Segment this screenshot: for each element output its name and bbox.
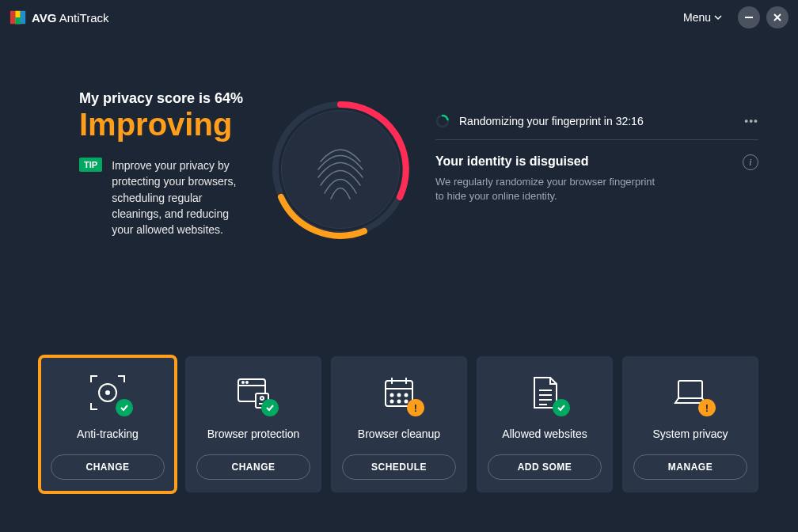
warning-icon: ! — [698, 399, 716, 416]
fingerprint-icon — [309, 134, 372, 205]
tip-text: Improve your privacy by protecting your … — [112, 158, 253, 238]
card-title: Anti-tracking — [77, 428, 139, 440]
change-button[interactable]: CHANGE — [51, 454, 165, 480]
svg-point-8 — [106, 391, 109, 394]
fingerprint-gauge — [269, 98, 412, 241]
minimize-button[interactable] — [738, 6, 760, 28]
svg-rect-4 — [745, 17, 753, 18]
warning-icon: ! — [407, 399, 424, 416]
svg-point-11 — [242, 382, 244, 383]
check-icon — [261, 399, 279, 416]
identity-description: We regularly randomize your browser fing… — [435, 175, 657, 203]
tip-badge: TIP — [79, 158, 102, 172]
privacy-score-panel: My privacy score is 64% Improving TIP Im… — [16, 90, 269, 241]
svg-point-25 — [405, 401, 408, 403]
card-title: Allowed websites — [502, 428, 587, 440]
avg-logo-icon — [10, 9, 27, 26]
spinner-icon — [435, 114, 450, 128]
manage-button[interactable]: MANAGE — [633, 454, 747, 480]
svg-point-12 — [246, 382, 248, 383]
check-icon — [116, 399, 133, 416]
privacy-status: Improving — [79, 108, 253, 140]
schedule-button[interactable]: SCHEDULE — [342, 454, 456, 480]
info-icon[interactable]: i — [743, 154, 758, 170]
app-title: AVG AntiTrack — [32, 11, 109, 25]
svg-point-23 — [391, 401, 393, 403]
feature-cards: Anti-tracking CHANGE Browser protection … — [40, 356, 758, 492]
chevron-down-icon — [714, 13, 722, 21]
svg-point-20 — [391, 394, 393, 397]
check-icon — [553, 399, 570, 416]
randomize-status-row: Randomizing your fingerprint in 32:16 ••… — [435, 114, 758, 128]
privacy-score-line: My privacy score is 64% — [79, 90, 253, 107]
divider — [435, 139, 758, 140]
svg-rect-30 — [678, 381, 702, 398]
card-allowed-websites[interactable]: Allowed websites ADD SOME — [477, 356, 613, 492]
menu-button[interactable]: Menu — [683, 11, 722, 24]
identity-title: Your identity is disguised — [435, 154, 657, 169]
svg-point-22 — [405, 394, 408, 397]
card-title: Browser cleanup — [358, 428, 440, 440]
close-button[interactable] — [766, 6, 788, 28]
svg-point-21 — [398, 394, 401, 397]
randomize-text: Randomizing your fingerprint in 32:16 — [459, 115, 644, 127]
svg-rect-0 — [10, 11, 15, 25]
add-some-button[interactable]: ADD SOME — [488, 454, 602, 480]
card-browser-cleanup[interactable]: ! Browser cleanup SCHEDULE — [331, 356, 467, 492]
more-options-button[interactable]: ••• — [744, 115, 758, 127]
svg-rect-2 — [21, 11, 25, 25]
titlebar: AVG AntiTrack Menu — [0, 0, 798, 35]
card-title: Browser protection — [207, 428, 300, 440]
change-button[interactable]: CHANGE — [196, 454, 310, 480]
card-anti-tracking[interactable]: Anti-tracking CHANGE — [40, 356, 176, 492]
card-system-privacy[interactable]: ! System privacy MANAGE — [622, 356, 758, 492]
card-title: System privacy — [653, 428, 728, 440]
svg-point-24 — [398, 401, 401, 403]
app-logo: AVG AntiTrack — [10, 9, 109, 26]
svg-rect-3 — [15, 17, 20, 24]
card-browser-protection[interactable]: Browser protection CHANGE — [185, 356, 321, 492]
